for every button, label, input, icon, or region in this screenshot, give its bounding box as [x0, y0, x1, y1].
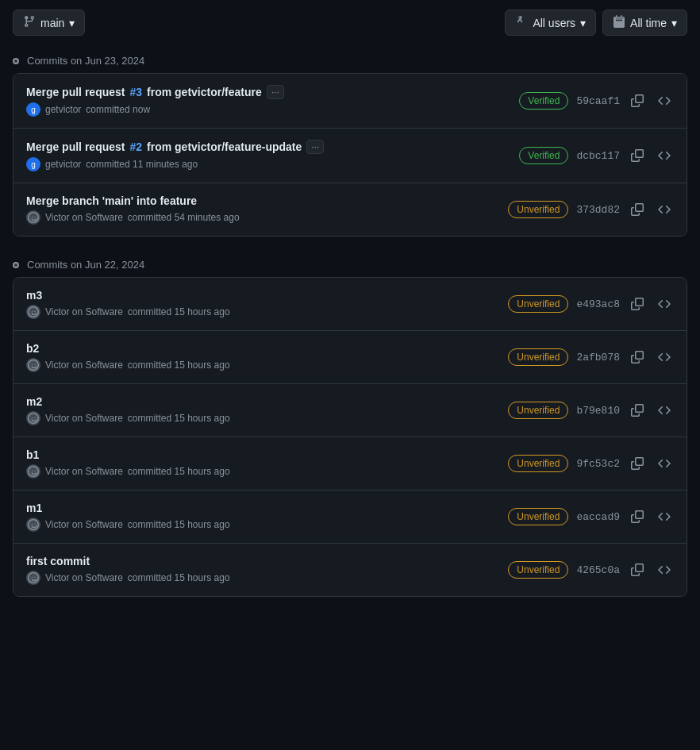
commit-title: Merge branch 'main' into feature — [26, 194, 508, 207]
commit-actions: Unverified 373dd82 — [508, 201, 674, 218]
commit-actions: Unverified b79e810 — [508, 402, 674, 419]
commit-row: m3 Victor on Software committed 15 hours… — [13, 278, 687, 331]
commit-hash: 2afb078 — [576, 352, 620, 363]
status-badge[interactable]: Unverified — [508, 402, 568, 419]
commit-author: Victor on Software — [45, 306, 123, 317]
time-chevron: ▾ — [671, 17, 677, 29]
browse-repo-button[interactable] — [655, 402, 674, 418]
browse-repo-button[interactable] — [655, 93, 674, 109]
status-badge[interactable]: Unverified — [508, 455, 568, 472]
commit-hash: 9fc53c2 — [576, 458, 620, 470]
commit-title: m1 — [26, 502, 508, 514]
commit-meta: Victor on Software committed 15 hours ag… — [26, 464, 508, 479]
commit-dots-button[interactable]: ··· — [306, 140, 324, 154]
status-badge[interactable]: Verified — [519, 92, 568, 110]
commit-meta: Victor on Software committed 15 hours ag… — [26, 411, 508, 425]
browse-repo-button[interactable] — [655, 148, 674, 163]
date-group-header-jun23: Commits on Jun 23, 2024 — [13, 45, 687, 73]
status-badge[interactable]: Unverified — [508, 295, 568, 313]
commits-group-jun22: m3 Victor on Software committed 15 hours… — [13, 277, 687, 597]
commit-title-text: b2 — [26, 342, 39, 355]
browse-repo-button[interactable] — [655, 562, 674, 578]
pr-link[interactable]: #2 — [129, 140, 142, 153]
commits-group-jun23: Merge pull request #3 from getvictor/fea… — [13, 73, 687, 237]
copy-hash-button[interactable] — [628, 148, 647, 163]
avatar — [26, 571, 40, 585]
commit-info: m3 Victor on Software committed 15 hours… — [26, 289, 508, 319]
avatar — [26, 411, 40, 425]
commit-title-text: m3 — [26, 289, 42, 302]
commit-time: committed 15 hours ago — [128, 519, 230, 530]
copy-hash-button[interactable] — [628, 402, 647, 418]
commit-hash: 373dd82 — [576, 204, 620, 216]
commit-time: committed 15 hours ago — [128, 413, 230, 424]
commit-time: committed 15 hours ago — [128, 466, 230, 477]
copy-hash-button[interactable] — [628, 562, 647, 578]
all-users-label: All users — [533, 17, 575, 29]
status-badge[interactable]: Unverified — [508, 508, 568, 525]
pr-link[interactable]: #3 — [129, 86, 142, 98]
browse-repo-button[interactable] — [655, 202, 674, 217]
date-group-header-jun22: Commits on Jun 22, 2024 — [13, 249, 687, 277]
commit-meta: Victor on Software committed 15 hours ag… — [26, 517, 508, 532]
copy-hash-button[interactable] — [628, 202, 647, 217]
commit-hash: eaccad9 — [576, 511, 620, 523]
commit-actions: Unverified 4265c0a — [508, 561, 674, 579]
date-label-jun23: Commits on Jun 23, 2024 — [27, 55, 144, 67]
branch-selector[interactable]: main ▾ — [13, 10, 85, 36]
browse-repo-button[interactable] — [655, 296, 674, 312]
commit-actions: Unverified e493ac8 — [508, 295, 674, 313]
commit-title: m3 — [26, 289, 508, 302]
avatar — [26, 305, 40, 319]
commits-container: Commits on Jun 23, 2024 Merge pull reque… — [0, 45, 700, 622]
commit-hash: dcbc117 — [576, 150, 620, 162]
copy-hash-button[interactable] — [628, 349, 647, 365]
commit-title-text: m1 — [26, 502, 42, 514]
user-icon — [515, 15, 528, 30]
browse-repo-button[interactable] — [655, 349, 674, 365]
all-users-filter[interactable]: All users ▾ — [505, 10, 596, 36]
branch-icon — [23, 15, 36, 30]
commit-author: Victor on Software — [45, 360, 123, 371]
status-badge[interactable]: Verified — [519, 147, 568, 164]
status-badge[interactable]: Unverified — [508, 348, 568, 366]
commit-info: Merge pull request #3 from getvictor/fea… — [26, 85, 519, 117]
browse-repo-button[interactable] — [655, 509, 674, 525]
commit-row: Merge pull request #3 from getvictor/fea… — [13, 74, 687, 129]
commit-meta: Victor on Software committed 54 minutes … — [26, 210, 508, 225]
toolbar: main ▾ All users ▾ All time ▾ — [0, 0, 700, 45]
copy-hash-button[interactable] — [628, 456, 647, 471]
commit-title: first commit — [26, 555, 508, 567]
commit-author: Victor on Software — [45, 413, 123, 424]
all-time-filter[interactable]: All time ▾ — [602, 10, 687, 36]
copy-hash-button[interactable] — [628, 509, 647, 525]
commit-author: Victor on Software — [45, 212, 123, 223]
commit-row: Merge pull request #2 from getvictor/fea… — [13, 129, 687, 183]
commit-title-text: b1 — [26, 448, 39, 461]
browse-repo-button[interactable] — [655, 456, 674, 471]
commit-row: b2 Victor on Software committed 15 hours… — [13, 331, 687, 384]
commit-meta: Victor on Software committed 15 hours ag… — [26, 571, 508, 585]
commit-hash: 4265c0a — [576, 564, 620, 576]
commit-title-suffix: from getvictor/feature-update — [147, 140, 302, 153]
commit-hash: e493ac8 — [576, 298, 620, 310]
status-badge[interactable]: Unverified — [508, 561, 568, 579]
copy-hash-button[interactable] — [628, 296, 647, 312]
commit-time: committed 15 hours ago — [128, 306, 230, 317]
commit-info: Merge pull request #2 from getvictor/fea… — [26, 140, 519, 171]
commit-title-suffix: from getvictor/feature — [147, 86, 262, 98]
commit-meta: Victor on Software committed 15 hours ag… — [26, 358, 508, 372]
branch-chevron: ▾ — [69, 17, 75, 29]
status-badge[interactable]: Unverified — [508, 201, 568, 218]
avatar — [26, 517, 40, 532]
commit-actions: Verified 59caaf1 — [519, 92, 674, 110]
commit-row: m2 Victor on Software committed 15 hours… — [13, 384, 687, 437]
users-chevron: ▾ — [580, 17, 586, 29]
commit-meta: g getvictor committed 11 minutes ago — [26, 157, 519, 171]
copy-hash-button[interactable] — [628, 93, 647, 109]
commit-row: m1 Victor on Software committed 15 hours… — [13, 490, 687, 544]
commit-dots-button[interactable]: ··· — [267, 85, 284, 99]
commit-title-text: Merge pull request — [26, 86, 125, 98]
commit-row: Merge branch 'main' into feature Victor … — [13, 183, 687, 236]
commit-time: committed 15 hours ago — [128, 572, 230, 583]
